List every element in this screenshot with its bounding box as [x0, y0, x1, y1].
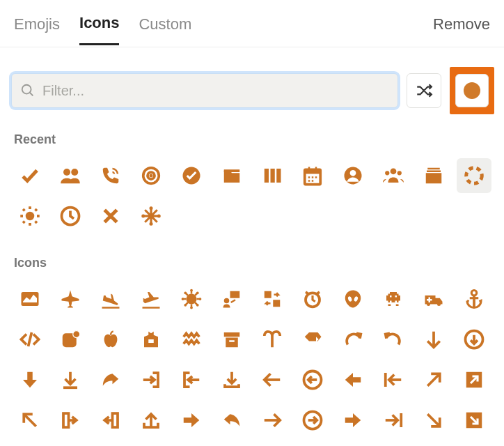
icon-airplane[interactable]: [53, 282, 88, 316]
aquarius-icon: [181, 329, 202, 350]
icon-undo[interactable]: [376, 322, 411, 357]
icon-redo[interactable]: [336, 322, 370, 357]
x-icon: [100, 206, 121, 226]
icon-arrow-left-bold[interactable]: [336, 362, 370, 397]
snowflake-icon: [141, 206, 162, 226]
icon-apple[interactable]: [93, 322, 128, 357]
icon-aquarius[interactable]: [174, 322, 209, 357]
svg-point-0: [22, 85, 31, 94]
arrow-left-circle-icon: [302, 369, 323, 390]
arrow-up-right-box-icon: [464, 369, 485, 390]
check-circle-icon: [181, 165, 202, 186]
arrow-up-right-icon: [423, 369, 444, 390]
icon-reply[interactable]: [214, 403, 249, 438]
icon-upload-arrow[interactable]: [134, 403, 168, 438]
icon-arrow-up-right[interactable]: [416, 362, 451, 397]
icon-app-badge[interactable]: [53, 322, 88, 357]
color-picker-highlight: [450, 67, 494, 114]
tab-emojis[interactable]: Emojis: [14, 15, 60, 45]
icon-arrow-right-bold2[interactable]: [336, 403, 370, 438]
icon-code[interactable]: [13, 322, 47, 357]
icon-clock[interactable]: [53, 199, 88, 233]
remove-button[interactable]: Remove: [433, 15, 490, 45]
check-icon: [19, 165, 40, 186]
icon-arrow-down-right[interactable]: [416, 403, 451, 438]
reply-icon: [221, 410, 242, 431]
icon-sign-out[interactable]: [134, 362, 168, 397]
icon-exit-left[interactable]: [93, 403, 128, 438]
users-group-icon: [383, 165, 404, 186]
icon-box-user[interactable]: [214, 282, 249, 316]
icon-alarm-clock[interactable]: [295, 282, 330, 316]
arrow-down-icon: [423, 329, 444, 350]
icon-anchor[interactable]: [457, 282, 491, 316]
icon-arrow-right-bold[interactable]: [174, 403, 209, 438]
icon-alien[interactable]: [336, 282, 370, 316]
tab-bar: Emojis Icons Custom Remove: [0, 0, 504, 47]
icon-virus[interactable]: [174, 282, 209, 316]
search-input[interactable]: [42, 83, 389, 99]
icon-snowflake[interactable]: [134, 199, 168, 233]
icon-aries[interactable]: [255, 322, 290, 357]
exit-right-icon: [60, 410, 81, 431]
icon-archive[interactable]: [214, 322, 249, 357]
icon-crosshair[interactable]: [134, 158, 168, 193]
arrow-left-bold-icon: [342, 369, 363, 390]
shuffle-button[interactable]: [407, 73, 441, 108]
icon-check[interactable]: [13, 158, 47, 193]
tab-custom[interactable]: Custom: [139, 15, 191, 45]
arrow-down-circle-icon: [464, 329, 485, 350]
icons-grid: [0, 277, 504, 442]
icon-box-swap[interactable]: [255, 282, 290, 316]
color-swatch: [464, 82, 480, 99]
icon-plane-departure[interactable]: [134, 282, 168, 316]
icon-arrow-left-to-line[interactable]: [376, 362, 411, 397]
icon-arrow-down[interactable]: [416, 322, 451, 357]
icon-arrow-right-circle[interactable]: [295, 403, 330, 438]
icon-arrow-down-right-box[interactable]: [457, 403, 491, 438]
icon-dashed-circle[interactable]: [457, 158, 491, 193]
icon-sun[interactable]: [13, 199, 47, 233]
icon-calendar[interactable]: [295, 158, 330, 193]
icon-user-circle[interactable]: [336, 158, 370, 193]
arrow-down-right-box-icon: [464, 410, 485, 431]
anchor-icon: [464, 289, 485, 309]
apron-icon: [141, 329, 162, 350]
app-badge-icon: [60, 329, 81, 350]
icon-arrow-down-bold[interactable]: [13, 362, 47, 397]
recent-grid: [0, 154, 504, 238]
icon-arrow-left-circle[interactable]: [295, 362, 330, 397]
tab-icons[interactable]: Icons: [79, 14, 119, 45]
color-picker-button[interactable]: [455, 74, 489, 107]
icon-space-invader[interactable]: [376, 282, 411, 316]
icon-columns[interactable]: [255, 158, 290, 193]
search-field[interactable]: [11, 73, 398, 108]
icon-phone-volume[interactable]: [93, 158, 128, 193]
undo-icon: [383, 329, 404, 350]
arrow-right-to-line-icon: [383, 410, 404, 431]
icon-download[interactable]: [214, 362, 249, 397]
calendar-icon: [302, 165, 323, 186]
icon-exit-right[interactable]: [53, 403, 88, 438]
icon-plane-arrival[interactable]: [93, 282, 128, 316]
icon-users[interactable]: [53, 158, 88, 193]
icon-arrow-up-right-box[interactable]: [457, 362, 491, 397]
icon-arrow-up-left[interactable]: [13, 403, 47, 438]
icon-direction-sign[interactable]: [295, 322, 330, 357]
icon-check-circle[interactable]: [174, 158, 209, 193]
icon-arrow-right[interactable]: [255, 403, 290, 438]
icon-arrow-down-to-line[interactable]: [53, 362, 88, 397]
icon-chart-area[interactable]: [13, 282, 47, 316]
icon-ambulance[interactable]: [416, 282, 451, 316]
icon-users-group[interactable]: [376, 158, 411, 193]
icon-arrow-left[interactable]: [255, 362, 290, 397]
shuffle-icon: [415, 82, 433, 100]
icon-share-right[interactable]: [93, 362, 128, 397]
icon-arrow-right-to-line[interactable]: [376, 403, 411, 438]
icon-sign-in[interactable]: [174, 362, 209, 397]
icon-arrow-down-circle[interactable]: [457, 322, 491, 357]
icon-x[interactable]: [93, 199, 128, 233]
icon-folder[interactable]: [214, 158, 249, 193]
icon-apron[interactable]: [134, 322, 168, 357]
icon-folder-stack[interactable]: [416, 158, 451, 193]
